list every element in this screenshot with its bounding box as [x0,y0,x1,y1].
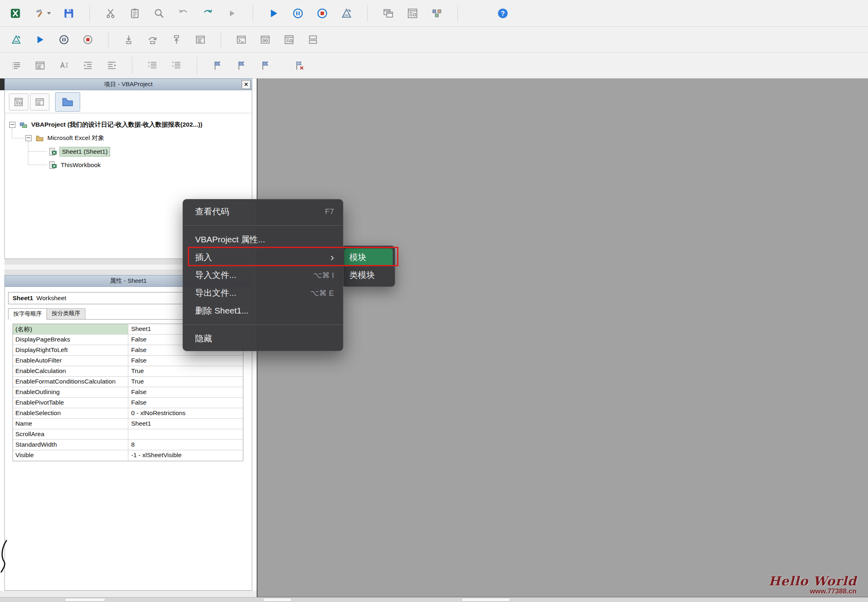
continue-icon[interactable] [225,6,239,21]
menu-item-view-code[interactable]: 查看代码 F7 [183,203,343,220]
break-icon[interactable] [291,6,305,21]
find-icon[interactable] [152,6,166,21]
property-value[interactable]: False [128,356,243,366]
help-icon[interactable] [496,6,510,21]
next-bookmark-icon[interactable] [234,58,249,73]
property-row[interactable]: Name Sheet1 [13,419,243,429]
property-row[interactable]: StandardWidth 8 [13,440,243,450]
menu-item-project-properties[interactable]: VBAProject 属性... [183,231,343,248]
toolbar-separator [221,31,221,48]
locals-window-icon[interactable] [193,32,208,47]
property-name[interactable]: ScrollArea [13,429,128,439]
tree-item-excel-objects[interactable]: Microsoft Excel 对象 [5,131,252,145]
watermark-title: Hello World [768,574,857,588]
property-value[interactable]: 8 [128,440,243,450]
property-name[interactable]: Name [13,419,128,429]
step-over-icon[interactable] [145,32,160,47]
property-value[interactable]: True [128,366,243,376]
design-mode-icon[interactable] [9,32,23,47]
property-row[interactable]: EnablePivotTable False [13,398,243,408]
view-code-button[interactable] [9,93,28,110]
comment-block-icon[interactable] [145,58,160,73]
previous-bookmark-icon[interactable] [258,58,272,73]
property-row[interactable]: ScrollArea [13,429,243,440]
project-panel-toolbar [5,90,252,113]
property-value[interactable]: Sheet1 [128,419,243,429]
paste-icon[interactable] [128,6,142,21]
property-row[interactable]: EnableFormatConditionsCalculation True [13,377,243,387]
menu-item-hide[interactable]: 隐藏 [183,330,343,348]
menu-item-import-file[interactable]: 导入文件... ⌥⌘ I [183,266,343,284]
outdent-icon[interactable] [104,58,119,73]
list-constants-icon[interactable] [33,58,47,73]
close-icon[interactable] [242,80,251,89]
property-row[interactable]: Visible -1 - xlSheetVisible [13,450,243,461]
uncomment-block-icon[interactable] [169,58,184,73]
redo-icon[interactable] [200,6,215,21]
watch-window-icon[interactable] [258,32,272,47]
excel-app-icon[interactable] [8,6,23,21]
toggle-folders-button[interactable] [55,92,80,112]
property-name[interactable]: StandardWidth [13,440,128,450]
object-browser-icon[interactable] [430,6,444,21]
annotation-box [188,247,398,266]
undo-icon[interactable] [176,6,191,21]
tab-alphabetic[interactable]: 按字母顺序 [8,308,47,320]
bottom-strip-segment [462,598,510,602]
property-name[interactable]: EnableAutoFilter [13,356,128,366]
save-icon[interactable] [62,6,76,21]
menu-item-delete-sheet[interactable]: 删除 Sheet1... [183,302,343,320]
tree-item-label-selected: Sheet1 (Sheet1) [60,147,110,156]
tools-menu-icon[interactable] [32,6,52,21]
property-row[interactable]: EnableCalculation True [13,366,243,377]
property-value[interactable]: False [128,387,243,397]
property-row[interactable]: EnableAutoFilter False [13,356,243,366]
property-value[interactable]: -1 - xlSheetVisible [128,450,243,461]
property-value[interactable]: 0 - xlNoRestrictions [128,408,243,418]
tree-item-label: VBAProject (我们的设计日记-收入数据-收入数据报表(202...)) [31,121,202,129]
property-value[interactable] [128,429,243,439]
property-row[interactable]: EnableOutlining False [13,387,243,398]
property-name[interactable]: EnableCalculation [13,366,128,376]
tree-item-sheet1[interactable]: Sheet1 (Sheet1) [5,145,252,158]
tree-item-thisworkbook[interactable]: ThisWorkbook [5,158,252,172]
property-name[interactable]: EnablePivotTable [13,398,128,408]
properties-window-icon[interactable] [405,6,420,21]
tree-item-vbaproject[interactable]: VBAProject (我们的设计日记-收入数据-收入数据报表(202...)) [5,118,252,131]
complete-word-icon[interactable] [57,58,71,73]
step-into-icon[interactable] [121,32,136,47]
property-name[interactable]: (名称) [13,324,128,334]
property-name[interactable]: DisplayRightToLeft [13,345,128,355]
design-mode-icon[interactable] [339,6,354,21]
list-properties-icon[interactable] [9,58,23,73]
property-name[interactable]: DisplayPageBreaks [13,335,128,345]
collapse-expander-icon[interactable] [26,135,32,141]
property-value[interactable]: False [128,398,243,408]
cut-icon[interactable] [103,6,118,21]
menu-item-export-file[interactable]: 导出文件... ⌥⌘ E [183,284,343,302]
property-name[interactable]: EnableSelection [13,408,128,418]
clear-all-bookmarks-icon[interactable] [292,58,307,73]
view-object-button[interactable] [30,93,49,110]
reset-icon[interactable] [81,32,95,47]
tab-categorized[interactable]: 按分类顺序 [47,308,85,320]
property-value[interactable]: True [128,377,243,387]
menu-shortcut: ⌥⌘ I [313,271,334,280]
immediate-window-icon[interactable] [234,32,249,47]
step-out-icon[interactable] [169,32,184,47]
collapse-expander-icon[interactable] [9,122,15,128]
break-icon[interactable] [57,32,71,47]
run-icon[interactable] [266,6,281,21]
property-row[interactable]: EnableSelection 0 - xlNoRestrictions [13,408,243,419]
quick-watch-icon[interactable] [282,32,296,47]
property-name[interactable]: EnableOutlining [13,387,128,397]
property-name[interactable]: Visible [13,450,128,461]
property-name[interactable]: EnableFormatConditionsCalculation [13,377,128,387]
run-icon[interactable] [33,32,47,47]
project-explorer-icon[interactable] [381,6,396,21]
call-stack-icon[interactable] [306,32,320,47]
toggle-bookmark-icon[interactable] [210,58,225,73]
indent-icon[interactable] [81,58,95,73]
reset-icon[interactable] [315,6,330,21]
submenu-item-class-module[interactable]: 类模块 [344,266,393,284]
